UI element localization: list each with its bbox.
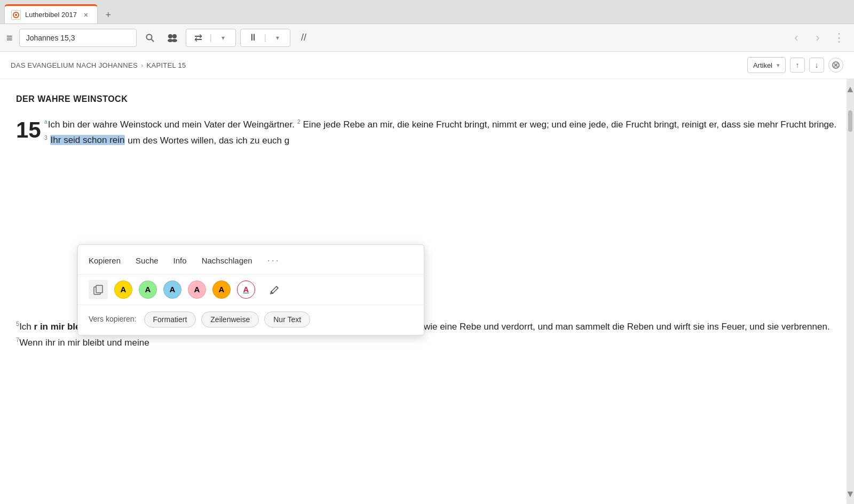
popup-search-action[interactable]: Suche	[136, 254, 159, 268]
color-green-button[interactable]: A	[139, 281, 157, 299]
verse-1-text: Ich bin der wahre Weinstock und mein Vat…	[48, 119, 295, 130]
svg-rect-13	[96, 285, 102, 293]
pause-button[interactable]: ⏸	[244, 29, 262, 47]
footnote-a[interactable]: a	[44, 118, 48, 125]
vers-kopieren-label: Vers kopieren:	[89, 313, 137, 326]
color-orange-button[interactable]: A	[212, 281, 231, 299]
breadcrumb-separator: ›	[141, 61, 144, 69]
breadcrumb-up-button[interactable]: ↑	[790, 58, 805, 73]
popup-pencil-button[interactable]	[266, 281, 284, 299]
popup-info-action[interactable]: Info	[173, 254, 187, 268]
popup-actions-row: Kopieren Suche Info Nachschlagen ···	[78, 245, 424, 275]
scroll-down-arrow[interactable]: ▼	[845, 486, 854, 502]
sync-dropdown[interactable]: ▾	[214, 29, 232, 47]
pause-group: ⏸ | ▾	[240, 29, 290, 47]
toolbar: ≡ Johannes 15,3 ⇄ | ▾ ⏸ | ▾ // ‹ › ⋮	[0, 24, 854, 52]
pause-dropdown[interactable]: ▾	[268, 29, 287, 47]
svg-point-6	[172, 34, 177, 38]
bible-content: DER WAHRE WEINSTOCK 15 aIch bin der wahr…	[0, 79, 854, 504]
breadcrumb-chapter: Kapitel 15	[147, 61, 186, 69]
context-popup: Kopieren Suche Info Nachschlagen ··· A A…	[77, 244, 424, 335]
breadcrumb-bar: DAS EVANGELIUM NACH JOHANNES › Kapitel 1…	[0, 52, 854, 79]
address-text: Johannes 15,3	[26, 34, 75, 42]
verse-5-pre: Ich	[19, 322, 31, 332]
reader: DAS EVANGELIUM NACH JOHANNES › Kapitel 1…	[0, 52, 854, 504]
chapter-number: 15	[16, 119, 41, 141]
color-red-button[interactable]: A	[237, 281, 255, 299]
breadcrumb: DAS EVANGELIUM NACH JOHANNES › Kapitel 1…	[11, 61, 186, 69]
color-yellow-button[interactable]: A	[114, 281, 132, 299]
zeilenweise-button[interactable]: Zeilenweise	[201, 311, 259, 327]
back-button[interactable]: ‹	[788, 29, 805, 46]
menu-icon[interactable]: ≡	[6, 33, 13, 43]
search-button[interactable]	[141, 29, 159, 47]
verse-7-text: Wenn ihr in mir bleibt und meine	[19, 337, 149, 347]
parallel-button[interactable]: //	[295, 29, 313, 47]
address-bar[interactable]: Johannes 15,3	[19, 29, 137, 47]
verse-2-text: Eine jede Rebe an mir, die keine Frucht …	[303, 119, 837, 130]
verse-block-1: 15 aIch bin der wahre Weinstock und mein…	[16, 117, 838, 148]
formatiert-button[interactable]: Formatiert	[144, 311, 196, 327]
sync-button[interactable]: ⇄	[189, 29, 208, 47]
popup-colors-row: A A A A A A	[78, 275, 424, 305]
people-button[interactable]	[163, 29, 181, 47]
popup-copy-icon[interactable]	[89, 280, 108, 299]
popup-lookup-action[interactable]: Nachschlagen	[202, 254, 252, 268]
color-pink-button[interactable]: A	[188, 281, 206, 299]
breadcrumb-actions: Artikel ▾ ↑ ↓	[747, 57, 843, 73]
breadcrumb-book: DAS EVANGELIUM NACH JOHANNES	[11, 61, 138, 69]
popup-copy-action[interactable]: Kopieren	[89, 254, 121, 268]
svg-point-2	[15, 14, 17, 16]
popup-vers-row: Vers kopieren: Formatiert Zeilenweise Nu…	[78, 305, 424, 335]
verse-3-rest: um des Wortes willen, das ich zu euch g	[128, 135, 289, 145]
forward-button[interactable]: ›	[809, 29, 826, 46]
tab-favicon	[11, 10, 21, 20]
more-options-button[interactable]: ⋮	[831, 29, 848, 46]
nur-text-button[interactable]: Nur Text	[264, 311, 310, 327]
svg-line-4	[151, 39, 154, 42]
section-heading: DER WAHRE WEINSTOCK	[16, 92, 838, 106]
new-tab-button[interactable]: +	[100, 6, 117, 23]
svg-point-8	[172, 39, 177, 42]
breadcrumb-down-button[interactable]: ↓	[809, 58, 824, 73]
sync-group: ⇄ | ▾	[186, 29, 236, 47]
color-blue-button[interactable]: A	[163, 281, 181, 299]
scroll-up-arrow[interactable]: ▲	[845, 81, 854, 98]
scrollbar[interactable]: ▲ ▼	[847, 79, 854, 504]
tab-title: Lutherbibel 2017	[25, 11, 77, 19]
svg-point-5	[168, 34, 172, 38]
scrollbar-thumb[interactable]	[848, 110, 852, 132]
svg-point-3	[146, 34, 152, 39]
verse-3-highlight: Ihr seid schon rein	[50, 135, 125, 145]
artikel-dropdown[interactable]: Artikel ▾	[747, 57, 786, 73]
tab-bar: Lutherbibel 2017 × +	[0, 0, 854, 23]
popup-more-button[interactable]: ···	[267, 252, 280, 269]
tab-close-button[interactable]: ×	[81, 10, 91, 20]
verse-num-3: 3	[44, 134, 48, 141]
breadcrumb-close-button[interactable]	[828, 58, 843, 73]
verse-num-2: 2	[297, 118, 301, 125]
tab-lutherbibel[interactable]: Lutherbibel 2017 ×	[4, 4, 98, 23]
